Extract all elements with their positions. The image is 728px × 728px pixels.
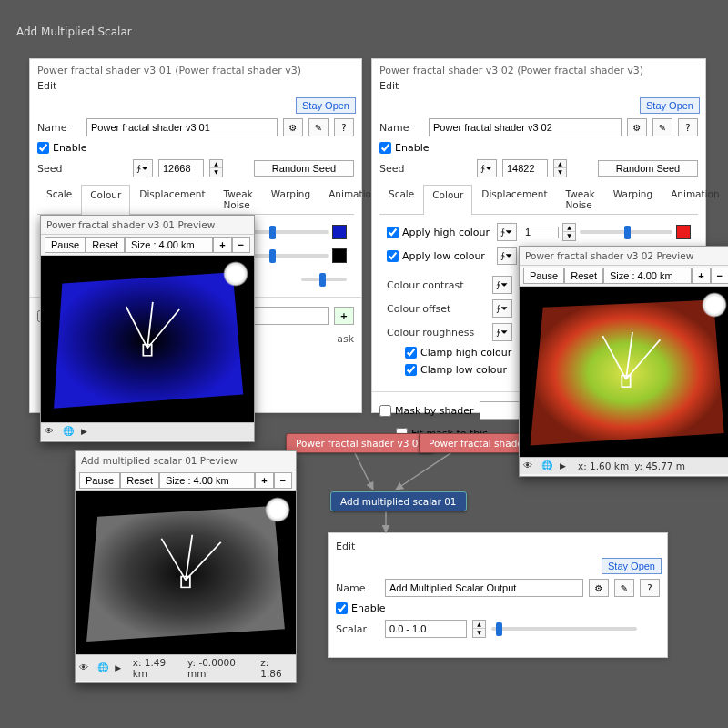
tab-warping[interactable]: Warping <box>262 184 319 214</box>
globe-icon[interactable] <box>541 460 554 472</box>
node-scalar-output[interactable]: Add multiplied scalar 01 <box>330 491 467 511</box>
param-icon[interactable]: ∱⏷ <box>492 276 512 294</box>
seed-spinner[interactable] <box>553 159 567 177</box>
param-icon[interactable]: ∱⏷ <box>477 159 497 177</box>
extra-slider[interactable] <box>301 278 347 281</box>
gear-icon[interactable] <box>627 118 647 136</box>
edit-menu[interactable]: Edit <box>372 78 705 96</box>
name-input[interactable] <box>86 118 278 136</box>
stay-open-button[interactable]: Stay Open <box>602 558 662 574</box>
low-colour-swatch[interactable] <box>332 248 347 263</box>
tab-scale[interactable]: Scale <box>37 184 81 214</box>
zoom-in-button[interactable] <box>692 268 710 284</box>
zoom-in-button[interactable] <box>213 237 231 253</box>
zoom-out-button[interactable] <box>274 472 292 489</box>
reset-button[interactable]: Reset <box>86 237 125 253</box>
node-shader-1[interactable]: Power fractal shader v3 01 <box>286 433 434 453</box>
seed-label: Seed <box>37 163 81 175</box>
size-button[interactable]: Size : 4.00 km <box>159 472 255 489</box>
seed-spinner[interactable] <box>209 159 223 177</box>
add-mask-button[interactable] <box>334 307 354 325</box>
reset-button[interactable]: Reset <box>564 268 603 284</box>
scalar-slider[interactable] <box>491 627 637 631</box>
compass-icon <box>223 261 248 287</box>
clamp-low-checkbox[interactable] <box>405 364 417 376</box>
scalar-input[interactable] <box>385 620 467 638</box>
pencil-icon[interactable] <box>614 579 634 597</box>
globe-icon[interactable] <box>97 662 110 674</box>
mask-by-shader-checkbox[interactable] <box>379 405 391 417</box>
apply-high-colour-checkbox[interactable] <box>387 227 399 238</box>
tab-animation[interactable]: Animation <box>662 184 728 214</box>
tab-scale[interactable]: Scale <box>379 184 423 214</box>
preview-window-3: Add multiplied scalar 01 Preview Pause R… <box>75 450 297 683</box>
eye-icon[interactable] <box>79 662 92 674</box>
size-button[interactable]: Size : 4.00 km <box>603 268 692 284</box>
high-colour-swatch[interactable] <box>332 225 347 239</box>
high-slider[interactable] <box>580 230 672 234</box>
name-input[interactable] <box>385 579 583 597</box>
compass-icon <box>265 497 290 522</box>
tab-colour[interactable]: Colour <box>81 185 130 215</box>
reset-button[interactable]: Reset <box>120 472 159 489</box>
enable-label: Enable <box>351 602 385 614</box>
help-icon[interactable] <box>678 118 698 136</box>
high-colour-swatch[interactable] <box>676 225 691 239</box>
zoom-out-button[interactable] <box>232 237 250 253</box>
clamp-high-checkbox[interactable] <box>405 347 417 359</box>
param-icon[interactable]: ∱⏷ <box>492 323 512 341</box>
gear-icon[interactable] <box>283 118 303 136</box>
preview-canvas[interactable] <box>520 287 728 457</box>
zoom-out-button[interactable] <box>711 268 728 284</box>
pause-button[interactable]: Pause <box>79 472 120 489</box>
pause-button[interactable]: Pause <box>45 237 86 253</box>
param-icon[interactable]: ∱⏷ <box>497 247 517 265</box>
eye-icon[interactable] <box>45 425 57 438</box>
pencil-icon[interactable] <box>652 118 672 136</box>
help-icon[interactable] <box>640 579 660 597</box>
param-icon[interactable]: ∱⏷ <box>492 299 512 318</box>
enable-checkbox[interactable] <box>37 142 49 154</box>
svg-marker-10 <box>86 506 285 642</box>
seed-input[interactable] <box>158 159 204 177</box>
seed-label: Seed <box>379 163 423 175</box>
scalar-label: Scalar <box>336 623 379 635</box>
help-icon[interactable] <box>334 118 354 136</box>
tab-tweak-noise[interactable]: Tweak Noise <box>557 184 604 214</box>
param-icon[interactable]: ∱⏷ <box>497 223 517 241</box>
random-seed-button[interactable]: Random Seed <box>598 160 698 177</box>
tab-colour[interactable]: Colour <box>423 185 472 215</box>
preview-canvas[interactable] <box>76 491 296 654</box>
seed-input[interactable] <box>502 159 548 177</box>
tab-tweak-noise[interactable]: Tweak Noise <box>215 184 262 214</box>
globe-icon[interactable] <box>63 425 76 438</box>
play-icon[interactable] <box>560 460 572 472</box>
name-input[interactable] <box>429 118 622 136</box>
mask-label: Mask by shader <box>395 405 474 417</box>
tab-displacement[interactable]: Displacement <box>472 184 556 214</box>
high-value-input[interactable] <box>521 227 559 238</box>
random-seed-button[interactable]: Random Seed <box>254 160 354 177</box>
size-button[interactable]: Size : 4.00 km <box>125 237 213 253</box>
play-icon[interactable] <box>115 662 127 674</box>
enable-checkbox[interactable] <box>379 142 391 154</box>
pencil-icon[interactable] <box>308 118 329 136</box>
eye-icon[interactable] <box>523 460 536 472</box>
tab-displacement[interactable]: Displacement <box>130 184 214 214</box>
gear-icon[interactable] <box>589 579 609 597</box>
edit-menu[interactable]: Edit <box>30 78 361 96</box>
enable-checkbox[interactable] <box>336 602 348 614</box>
pause-button[interactable]: Pause <box>523 268 564 284</box>
zoom-in-button[interactable] <box>255 472 273 489</box>
high-spinner[interactable] <box>562 223 576 241</box>
edit-menu[interactable]: Edit <box>329 533 667 556</box>
play-icon[interactable] <box>81 425 94 438</box>
scalar-spinner[interactable] <box>472 620 486 638</box>
apply-low-colour-checkbox[interactable] <box>387 250 399 262</box>
stay-open-button[interactable]: Stay Open <box>296 97 356 114</box>
stay-open-button[interactable]: Stay Open <box>640 97 700 114</box>
tab-warping[interactable]: Warping <box>604 184 662 214</box>
preview-canvas[interactable] <box>41 256 254 422</box>
name-label: Name <box>379 122 423 134</box>
param-icon[interactable]: ∱⏷ <box>133 159 153 177</box>
